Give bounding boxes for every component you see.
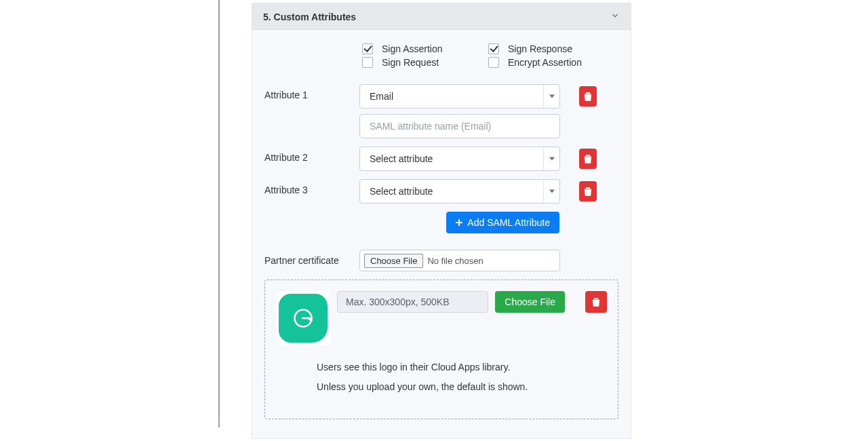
partner-certificate-row: Partner certificate Choose File No file …	[264, 250, 618, 271]
attribute-3-select-value: Select attribute	[370, 186, 433, 197]
sign-response-label: Sign Response	[508, 43, 572, 54]
delete-attribute-1-button[interactable]	[579, 86, 597, 107]
delete-logo-button[interactable]	[585, 291, 607, 313]
trash-icon	[584, 92, 592, 101]
attribute-2-label: Attribute 2	[264, 147, 359, 163]
partner-certificate-label: Partner certificate	[264, 250, 359, 266]
plus-icon	[456, 219, 462, 226]
delete-attribute-3-button[interactable]	[579, 181, 597, 202]
attribute-1-label: Attribute 1	[264, 84, 359, 100]
logo-preview	[276, 291, 330, 345]
attribute-1-name-input[interactable]	[359, 114, 560, 138]
attribute-3-label: Attribute 3	[264, 179, 359, 195]
logo-note-2: Unless you upload your own, the default …	[317, 380, 607, 394]
divider	[218, 0, 220, 427]
encrypt-assertion-label: Encrypt Assertion	[508, 57, 582, 68]
add-saml-attribute-button[interactable]: Add SAML Attribute	[446, 212, 559, 233]
delete-attribute-2-button[interactable]	[579, 149, 597, 169]
logo-note-1: Users see this logo in their Cloud Apps …	[317, 360, 607, 375]
sign-request-checkbox[interactable]	[362, 57, 373, 68]
attribute-row: Attribute 1 Email	[264, 84, 618, 138]
sign-assertion-label: Sign Assertion	[382, 43, 443, 54]
logo-notes: Users see this logo in their Cloud Apps …	[317, 360, 607, 394]
add-saml-attribute-label: Add SAML Attribute	[467, 217, 550, 228]
choose-file-button[interactable]: Choose File	[364, 254, 423, 268]
attribute-1-select-value: Email	[370, 91, 393, 102]
partner-certificate-file-input[interactable]: Choose File No file chosen	[359, 250, 560, 271]
svg-marker-0	[549, 95, 555, 98]
logo-choose-file-button[interactable]: Choose File	[495, 291, 565, 313]
section-header[interactable]: 5. Custom Attributes	[252, 3, 631, 30]
caret-down-icon	[543, 147, 559, 170]
chevron-down-icon	[610, 11, 620, 22]
attribute-3-select[interactable]: Select attribute	[359, 179, 560, 204]
attribute-2-select[interactable]: Select attribute	[359, 147, 560, 171]
attribute-1-select[interactable]: Email	[359, 84, 560, 109]
trash-icon	[592, 297, 600, 307]
svg-marker-1	[549, 157, 555, 161]
attribute-2-select-value: Select attribute	[370, 153, 433, 164]
signing-options: Sign Assertion Sign Request Sign Respons…	[359, 42, 618, 69]
sign-response-checkbox[interactable]	[488, 43, 499, 54]
app-logo-icon	[279, 294, 328, 343]
section-title: 5. Custom Attributes	[263, 12, 356, 22]
trash-icon	[584, 154, 592, 164]
logo-size-hint: Max. 300x300px, 500KB	[337, 291, 488, 313]
sign-request-label: Sign Request	[382, 57, 439, 68]
trash-icon	[584, 187, 592, 196]
logo-upload-area: Max. 300x300px, 500KB Choose File Users …	[264, 280, 618, 419]
attribute-row: Attribute 3 Select attribute	[264, 179, 618, 204]
caret-down-icon	[543, 180, 559, 203]
partner-certificate-file-name: No file chosen	[427, 256, 483, 266]
svg-marker-2	[549, 190, 555, 193]
caret-down-icon	[543, 85, 559, 108]
attribute-row: Attribute 2 Select attribute	[264, 147, 618, 171]
sign-assertion-checkbox[interactable]	[362, 43, 373, 54]
custom-attributes-panel: 5. Custom Attributes Sign Assertion Sign…	[252, 3, 631, 439]
encrypt-assertion-checkbox[interactable]	[488, 57, 499, 68]
